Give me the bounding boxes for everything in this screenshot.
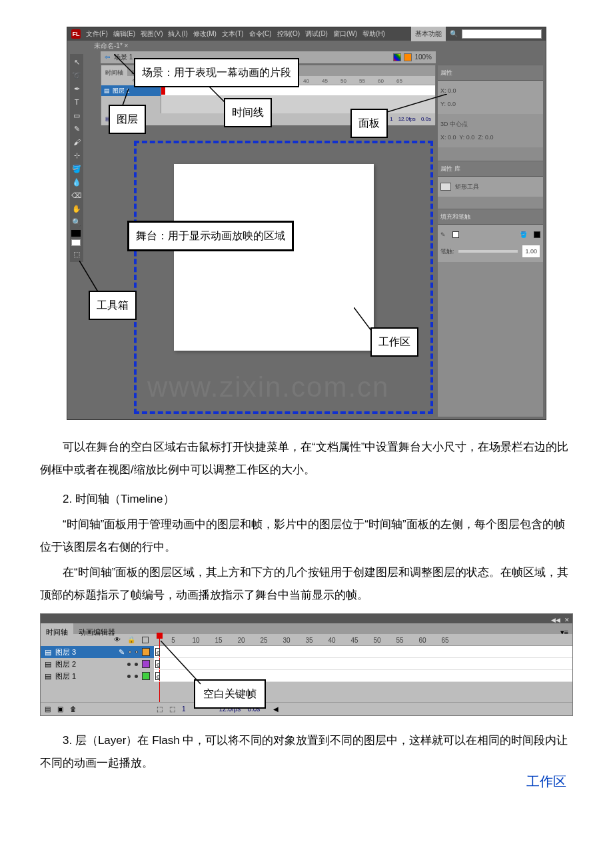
callout-toolbox: 工具箱: [89, 291, 137, 320]
fps-label: 12.0fps: [398, 114, 416, 125]
layer-name: 图层 1: [113, 85, 130, 97]
toolbox-col1: ↖ ➰ ✒ T ▭ ✎ 🖌 ⊹ 🪣 💧 ⌫ ✋ 🔍 ⬚: [70, 54, 83, 262]
search-icon: 🔍: [450, 27, 458, 41]
cy: Y: 0.0: [459, 134, 474, 141]
menu-insert[interactable]: 插入(I): [168, 27, 187, 41]
cz: Z: 0.0: [478, 134, 493, 141]
blank-keyframe-icon[interactable]: [155, 648, 160, 656]
stroke-swatch[interactable]: [452, 231, 459, 238]
stage[interactable]: [174, 164, 374, 351]
onion-icon[interactable]: ⬚: [157, 703, 163, 716]
tab-timeline[interactable]: 时间轴: [101, 65, 127, 76]
ruler-tick: 10: [185, 634, 207, 645]
brush-tool-icon[interactable]: 🖌: [71, 137, 82, 147]
panel-menu-icon[interactable]: ▾≡: [556, 623, 572, 634]
lock-icon[interactable]: 🔒: [127, 633, 135, 647]
vis-dot[interactable]: [127, 675, 131, 678]
callout-panel: 面板: [350, 109, 388, 138]
pencil-tool-icon[interactable]: ✎: [71, 123, 82, 134]
workspace-color-icon[interactable]: [393, 53, 401, 61]
snap-icon[interactable]: ⬚: [71, 249, 82, 259]
menu-help[interactable]: 帮助(H): [362, 27, 385, 41]
menu-view[interactable]: 视图(V): [141, 27, 163, 41]
document-tab[interactable]: 未命名-1* ×: [89, 41, 133, 51]
vis-dot[interactable]: [127, 663, 131, 666]
lock-dot[interactable]: [135, 675, 138, 678]
tl2-ruler: 5 10 15 20 25 30 35 40 45 50 55 60 65: [154, 634, 572, 646]
bucket-tool-icon[interactable]: 🪣: [71, 163, 82, 174]
lasso-tool-icon[interactable]: ➰: [71, 70, 82, 81]
track-2[interactable]: [154, 658, 572, 670]
lock-dot[interactable]: [135, 663, 138, 666]
rect-tool-icon[interactable]: ▭: [71, 110, 82, 121]
pen-tool-icon[interactable]: ✒: [71, 83, 82, 94]
paragraph-1: 可以在舞台的空白区域右击鼠标打开快捷菜单，在“文档属性”中设置舞台大小尺寸，在场…: [40, 436, 573, 481]
ruler-tick: 65: [385, 76, 404, 85]
zoom-tool-icon[interactable]: 🔍: [71, 217, 82, 227]
zoom-value[interactable]: 100%: [414, 51, 432, 64]
outline-icon[interactable]: [142, 637, 149, 643]
scene-label[interactable]: 场景 1: [114, 51, 133, 64]
track-3[interactable]: [154, 646, 572, 658]
stroke-value[interactable]: 1.00: [522, 245, 540, 258]
bone-tool-icon[interactable]: ⊹: [71, 150, 82, 161]
stage-color-icon[interactable]: [404, 53, 412, 61]
stroke-color-icon[interactable]: [71, 230, 81, 237]
props-header: 属性: [438, 65, 543, 81]
eraser-tool-icon[interactable]: ⌫: [71, 190, 82, 201]
props-y: Y: 0.0: [440, 98, 540, 110]
new-folder-icon[interactable]: ▣: [57, 703, 63, 716]
blank-keyframe-icon[interactable]: [155, 672, 160, 680]
workspace-switcher[interactable]: 基本功能: [411, 27, 446, 41]
tl2-footer: ▤ ▣ 🗑 ⬚ ⬚ 1 12.0fps 0.0s ◀: [41, 702, 572, 715]
blank-keyframe-icon[interactable]: [155, 660, 160, 668]
vis-dot[interactable]: [129, 651, 131, 653]
menu-text[interactable]: 文本(T): [222, 27, 244, 41]
menu-file[interactable]: 文件(F): [86, 27, 108, 41]
svg-line-4: [79, 261, 99, 294]
menu-modify[interactable]: 修改(M): [193, 27, 217, 41]
ruler-tick: 5: [162, 634, 185, 645]
ruler-tick: 60: [366, 76, 385, 85]
layer1-color[interactable]: [142, 672, 150, 680]
ruler-tick: 55: [348, 76, 366, 85]
ruler-tick: 30: [275, 634, 298, 645]
selection-tool-icon[interactable]: ↖: [71, 57, 82, 67]
menu-edit[interactable]: 编辑(E): [113, 27, 135, 41]
menu-commands[interactable]: 命令(C): [249, 27, 272, 41]
fill-swatch[interactable]: [534, 231, 540, 238]
onion-icon2[interactable]: ⬚: [169, 703, 175, 716]
lock-dot[interactable]: [135, 651, 138, 653]
layer2-color[interactable]: [142, 660, 150, 668]
menu-window[interactable]: 窗口(W): [333, 27, 357, 41]
tl2-tab-motion[interactable]: 动画编辑器: [73, 623, 121, 634]
app-menubar: FL 文件(F) 编辑(E) 视图(V) 插入(I) 修改(M) 文本(T) 命…: [67, 27, 546, 41]
back-icon[interactable]: ⇦: [105, 51, 110, 64]
menu-debug[interactable]: 调试(D): [305, 27, 328, 41]
callout-scene: 场景：用于表现一幕动画的片段: [134, 58, 299, 87]
new-layer-icon[interactable]: ▤: [45, 703, 51, 716]
flash-screenshot: FL 文件(F) 编辑(E) 视图(V) 插入(I) 修改(M) 文本(T) 命…: [67, 27, 546, 420]
collapse-icon[interactable]: ◀◀: [551, 614, 560, 623]
eyedrop-tool-icon[interactable]: 💧: [71, 177, 82, 187]
menu-control[interactable]: 控制(O): [277, 27, 300, 41]
tl2-layers: 👁 🔒 ▤ 图层 3 ✎ ▤ 图层 2 ▤: [41, 634, 154, 702]
delete-layer-icon[interactable]: 🗑: [70, 703, 77, 716]
layer3-color[interactable]: [142, 648, 150, 656]
rect-tool-preview-icon: [440, 183, 451, 191]
search-input[interactable]: [462, 29, 542, 39]
close-icon[interactable]: ✕: [564, 614, 570, 623]
fill-color-icon[interactable]: [71, 239, 81, 246]
stroke-slider[interactable]: [458, 250, 518, 253]
tl2-layer-1[interactable]: ▤ 图层 1: [41, 670, 154, 682]
text-tool-icon[interactable]: T: [71, 97, 82, 107]
keyframe-icon[interactable]: [161, 87, 165, 95]
stage-area: [101, 127, 436, 417]
callout-workarea: 工作区: [370, 327, 418, 357]
fill-stroke-header[interactable]: 填充和笔触: [438, 209, 543, 225]
time-label: 0.0s: [421, 114, 431, 125]
center-3d-label: 3D 中心点: [440, 118, 540, 130]
tl2-tab-timeline[interactable]: 时间轴: [41, 623, 73, 634]
hand-tool-icon[interactable]: ✋: [71, 203, 82, 214]
ruler-tick: 60: [411, 634, 434, 645]
